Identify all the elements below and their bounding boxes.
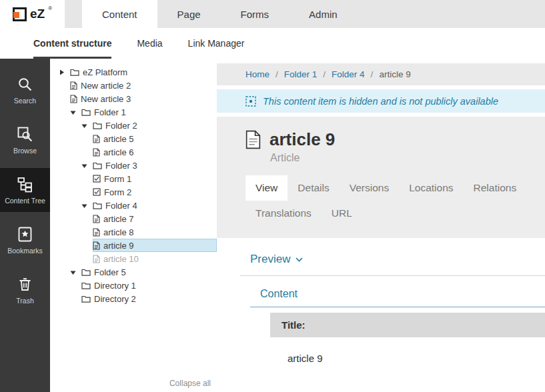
secondary-tab-content-structure[interactable]: Content structure <box>33 28 111 59</box>
secondary-tab-link-manager[interactable]: Link Manager <box>188 28 245 59</box>
tree-item[interactable]: Folder 3 <box>50 159 217 172</box>
tree-item[interactable]: article 9 <box>50 239 217 252</box>
sidebar-item-bookmarks[interactable]: Bookmarks <box>0 218 50 262</box>
sidebar-item-trash[interactable]: Trash <box>0 268 50 312</box>
tree-item-label: Folder 5 <box>94 267 126 277</box>
title-row: article 9 <box>245 129 545 150</box>
tree-item-label: article 10 <box>103 254 139 264</box>
primary-tabs: ContentPageFormsAdmin <box>82 0 358 28</box>
tab-url[interactable]: URL <box>322 201 362 226</box>
breadcrumb-link[interactable]: Home <box>245 69 269 79</box>
field-header-title: Title: <box>270 313 545 337</box>
sidebar-item-search[interactable]: Search <box>0 68 50 112</box>
content-section-label: Content <box>260 288 298 299</box>
tab-view[interactable]: View <box>245 175 288 201</box>
caret-right-icon[interactable] <box>59 69 67 75</box>
content-body: Preview Content Title: article 9 <box>217 238 545 379</box>
folder-icon <box>93 121 102 129</box>
platform-icon <box>70 68 79 76</box>
browse-icon <box>17 125 33 143</box>
tree-item[interactable]: article 5 <box>50 132 217 145</box>
tree-item[interactable]: article 7 <box>50 212 217 225</box>
content-tree-panel: eZ PlatformNew article 2New article 3Fol… <box>50 59 217 392</box>
sidebar-item-content-tree[interactable]: Content Tree <box>0 168 50 212</box>
main-content: Home/Folder 1/Folder 4/article 9 This co… <box>217 59 545 392</box>
tree-item-label: Folder 4 <box>105 201 137 211</box>
hidden-content-alert: This content item is hidden and is not p… <box>217 89 545 113</box>
content-type-label: Article <box>270 152 545 164</box>
tree-item-label: article 8 <box>103 227 134 237</box>
article-icon <box>70 81 77 90</box>
breadcrumb-separator: / <box>371 69 374 79</box>
folder-icon <box>81 108 91 116</box>
tree-item[interactable]: eZ Platform <box>50 65 217 79</box>
tab-translations[interactable]: Translations <box>245 201 322 226</box>
ez-logo-orange-square <box>13 12 19 18</box>
top-tab-page[interactable]: Page <box>157 0 221 28</box>
breadcrumb-link[interactable]: Folder 4 <box>332 69 365 79</box>
top-navigation: eZ ® ContentPageFormsAdmin <box>0 0 545 28</box>
top-tab-content[interactable]: Content <box>82 0 157 28</box>
breadcrumb: Home/Folder 1/Folder 4/article 9 <box>217 63 545 85</box>
tab-relations[interactable]: Relations <box>464 175 527 201</box>
content-section-header: Content <box>250 276 545 307</box>
preview-section: Preview <box>240 238 545 276</box>
tree-item-label: New article 2 <box>81 81 131 91</box>
sidebar-item-label: Search <box>14 97 36 105</box>
tree-item-label: Folder 1 <box>94 107 126 117</box>
caret-down-icon[interactable] <box>70 109 78 115</box>
article-icon <box>93 228 100 237</box>
tab-details[interactable]: Details <box>288 175 339 201</box>
caret-down-icon[interactable] <box>70 269 78 275</box>
tree-item[interactable]: Folder 5 <box>50 265 217 279</box>
left-icon-sidebar: SearchBrowseContent TreeBookmarksTrash <box>0 59 50 392</box>
tree-item-label: article 6 <box>103 147 134 157</box>
search-icon <box>17 75 33 93</box>
tree-item[interactable]: article 10 <box>50 252 217 265</box>
tree-item[interactable]: Form 1 <box>50 172 217 185</box>
caret-down-icon[interactable] <box>81 203 89 209</box>
sidebar-item-browse[interactable]: Browse <box>0 118 50 162</box>
tree-item[interactable]: article 6 <box>50 145 217 159</box>
breadcrumb-separator: / <box>323 69 326 79</box>
collapse-all-button[interactable]: Collapse all <box>169 379 211 388</box>
tab-versions[interactable]: Versions <box>340 175 399 201</box>
hidden-alert-text: This content item is hidden and is not p… <box>263 96 498 107</box>
caret-down-icon[interactable] <box>81 163 89 169</box>
tree-item-label: Directory 2 <box>94 294 136 304</box>
tree-item[interactable]: Form 2 <box>50 185 217 199</box>
preview-toggle[interactable]: Preview <box>250 253 303 266</box>
form-icon <box>93 175 101 183</box>
tree-item[interactable]: New article 3 <box>50 92 217 105</box>
tree-item-label: article 5 <box>103 134 134 144</box>
ez-logo-text: eZ <box>30 7 45 21</box>
ez-logo[interactable]: eZ ® <box>0 0 65 28</box>
tree-item-label: New article 3 <box>81 94 131 104</box>
tree-item[interactable]: Folder 2 <box>50 119 217 132</box>
form-icon <box>93 188 101 196</box>
preview-label: Preview <box>250 253 290 266</box>
tab-locations[interactable]: Locations <box>399 175 463 201</box>
tree-item[interactable]: article 8 <box>50 225 217 239</box>
bookmarks-icon <box>17 225 33 243</box>
tree-item[interactable]: Directory 2 <box>50 292 217 305</box>
article-icon <box>93 135 100 143</box>
tree-item-label: eZ Platform <box>83 67 127 77</box>
registered-mark: ® <box>48 5 52 11</box>
tree-item[interactable]: Folder 1 <box>50 105 217 119</box>
breadcrumb-separator: / <box>276 69 278 79</box>
secondary-tab-media[interactable]: Media <box>137 28 162 59</box>
directory-icon <box>81 281 91 289</box>
field-value-title: article 9 <box>270 337 545 379</box>
tree-item-label: Folder 2 <box>105 121 137 131</box>
top-tab-admin[interactable]: Admin <box>289 0 358 28</box>
content-item-tabs: ViewDetailsVersionsLocationsRelationsTra… <box>245 175 545 226</box>
tree-item[interactable]: Directory 1 <box>50 279 217 292</box>
directory-icon <box>81 295 91 303</box>
tree-item[interactable]: New article 2 <box>50 79 217 92</box>
breadcrumb-link[interactable]: Folder 1 <box>284 69 318 79</box>
top-tab-forms[interactable]: Forms <box>221 0 290 28</box>
tree-item[interactable]: Folder 4 <box>50 199 217 212</box>
tree-item-label: Folder 3 <box>105 161 137 171</box>
caret-down-icon[interactable] <box>81 123 89 129</box>
